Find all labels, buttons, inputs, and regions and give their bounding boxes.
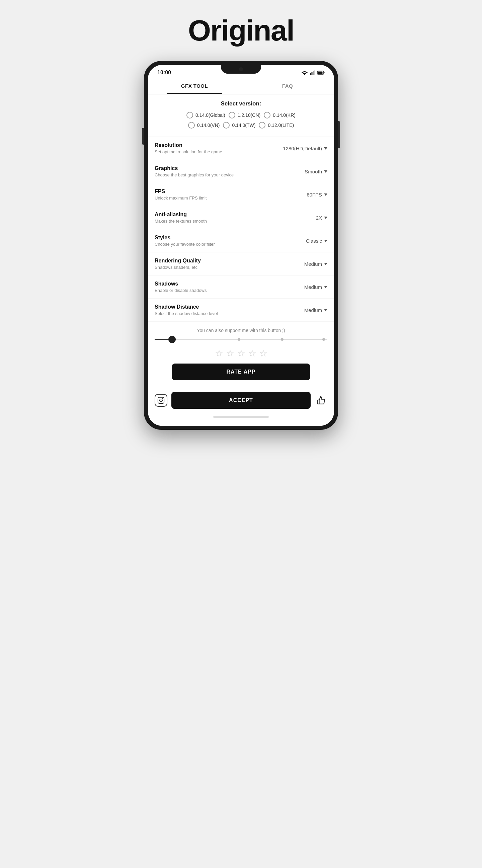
setting-shadows-value[interactable]: Medium	[304, 284, 327, 290]
rate-app-button[interactable]: RATE APP	[172, 364, 310, 380]
setting-rendering-quality-desc: Shadows,shaders, etc	[155, 265, 304, 270]
battery-icon	[317, 71, 325, 75]
setting-resolution: Resolution Set optimal resolution for th…	[148, 137, 334, 160]
app-tabs: GFX TOOL FAQ	[148, 78, 334, 94]
power-button	[338, 121, 340, 148]
version-option-global[interactable]: 0.14.0(Global)	[187, 112, 225, 119]
setting-rendering-quality: Rendering Quality Shadows,shaders, etc M…	[148, 252, 334, 276]
svg-rect-7	[158, 397, 164, 403]
radio-tw[interactable]	[223, 122, 230, 128]
app-content: Select version: 0.14.0(Global) 1.2.10(CN…	[148, 94, 334, 426]
signal-icon	[310, 70, 315, 75]
page-title: Original	[188, 13, 294, 48]
setting-graphics: Graphics Choose the best graphics for yo…	[148, 160, 334, 183]
star-5[interactable]: ☆	[259, 348, 267, 359]
version-option-vn[interactable]: 0.14.0(VN)	[188, 122, 220, 128]
antialiasing-chevron	[324, 217, 327, 219]
camera-dot	[239, 67, 243, 71]
stars-row: ☆ ☆ ☆ ☆ ☆	[155, 348, 327, 359]
version-label-tw: 0.14.0(TW)	[232, 123, 255, 128]
wifi-icon	[301, 70, 308, 75]
star-2[interactable]: ☆	[226, 348, 234, 359]
version-option-kr[interactable]: 0.14.0(KR)	[264, 112, 295, 119]
setting-antialiasing-info: Anti-aliasing Makes the textures smooth	[155, 212, 316, 224]
svg-rect-1	[312, 72, 313, 75]
setting-resolution-value[interactable]: 1280(HD,Default)	[283, 146, 327, 151]
support-text: You can also support me with this button…	[155, 328, 327, 333]
status-bar: 10:00	[148, 65, 334, 78]
svg-rect-2	[313, 71, 314, 75]
version-label-vn: 0.14.0(VN)	[197, 123, 220, 128]
bottom-bar: ACCEPT	[148, 387, 334, 413]
version-row-1: 0.14.0(Global) 1.2.10(CN) 0.14.0(KR)	[155, 112, 327, 119]
fps-value-text: 60FPS	[307, 192, 322, 197]
setting-resolution-info: Resolution Set optimal resolution for th…	[155, 142, 283, 154]
styles-value-text: Classic	[306, 238, 322, 244]
slider-tick-4	[322, 338, 325, 341]
setting-antialiasing-label: Anti-aliasing	[155, 212, 316, 218]
version-option-tw[interactable]: 0.14.0(TW)	[223, 122, 255, 128]
svg-rect-3	[315, 70, 316, 75]
notch	[221, 65, 261, 74]
rendering-quality-chevron	[324, 263, 327, 265]
setting-fps-info: FPS Unlock maximum FPS limit	[155, 188, 307, 200]
shadow-distance-chevron	[324, 309, 327, 311]
antialiasing-value-text: 2X	[316, 215, 322, 221]
star-1[interactable]: ☆	[215, 348, 223, 359]
accept-button[interactable]: ACCEPT	[171, 392, 311, 409]
setting-antialiasing-value[interactable]: 2X	[316, 215, 327, 221]
setting-shadow-distance-desc: Select the shadow distance level	[155, 311, 304, 316]
phone-screen: 10:00	[148, 65, 334, 426]
slider-tick-2	[238, 338, 240, 341]
star-4[interactable]: ☆	[248, 348, 256, 359]
setting-styles: Styles Choose your favorite color filter…	[148, 229, 334, 252]
setting-shadow-distance-value[interactable]: Medium	[304, 307, 327, 313]
shadows-chevron	[324, 286, 327, 288]
graphics-chevron	[324, 170, 327, 173]
setting-styles-value[interactable]: Classic	[306, 238, 327, 244]
radio-lite[interactable]	[259, 122, 265, 128]
version-option-lite[interactable]: 0.12.0(LITE)	[259, 122, 294, 128]
slider-track	[155, 339, 327, 340]
version-row-2: 0.14.0(VN) 0.14.0(TW) 0.12.0(LITE)	[155, 122, 327, 128]
svg-rect-6	[318, 72, 323, 74]
setting-resolution-desc: Set optimal resolution for the game	[155, 149, 283, 154]
radio-kr[interactable]	[264, 112, 270, 119]
setting-antialiasing: Anti-aliasing Makes the textures smooth …	[148, 206, 334, 229]
version-label-global: 0.14.0(Global)	[195, 113, 225, 118]
support-slider[interactable]	[155, 338, 327, 341]
tab-gfx-tool[interactable]: GFX TOOL	[148, 78, 241, 94]
support-section: You can also support me with this button…	[148, 322, 334, 387]
version-title: Select version:	[155, 100, 327, 107]
instagram-button[interactable]	[155, 394, 167, 407]
setting-fps-label: FPS	[155, 188, 307, 194]
version-label-lite: 0.12.0(LITE)	[268, 123, 294, 128]
slider-thumb[interactable]	[168, 336, 176, 343]
setting-shadows: Shadows Enable or disable shadows Medium	[148, 276, 334, 299]
phone-frame: 10:00	[144, 61, 338, 430]
setting-fps-value[interactable]: 60FPS	[307, 192, 327, 197]
shadows-value-text: Medium	[304, 284, 322, 290]
thumbsup-button[interactable]	[315, 394, 327, 407]
setting-shadow-distance: Shadow Distance Select the shadow distan…	[148, 299, 334, 322]
status-icons	[301, 70, 325, 75]
star-3[interactable]: ☆	[237, 348, 245, 359]
version-label-kr: 0.14.0(KR)	[273, 113, 295, 118]
setting-rendering-quality-value[interactable]: Medium	[304, 261, 327, 267]
svg-rect-5	[324, 72, 325, 73]
shadow-distance-value-text: Medium	[304, 307, 322, 313]
home-indicator	[213, 416, 269, 418]
version-label-cn: 1.2.10(CN)	[238, 113, 260, 118]
volume-button	[142, 128, 144, 145]
radio-global[interactable]	[187, 112, 193, 119]
fps-chevron	[324, 193, 327, 196]
radio-vn[interactable]	[188, 122, 195, 128]
version-option-cn[interactable]: 1.2.10(CN)	[229, 112, 260, 119]
setting-graphics-desc: Choose the best graphics for your device	[155, 173, 304, 178]
radio-cn[interactable]	[229, 112, 235, 119]
setting-shadows-info: Shadows Enable or disable shadows	[155, 281, 304, 293]
setting-graphics-value[interactable]: Smooth	[304, 169, 327, 175]
thumbsup-icon	[317, 396, 325, 405]
setting-antialiasing-desc: Makes the textures smooth	[155, 219, 316, 224]
tab-faq[interactable]: FAQ	[241, 78, 334, 94]
